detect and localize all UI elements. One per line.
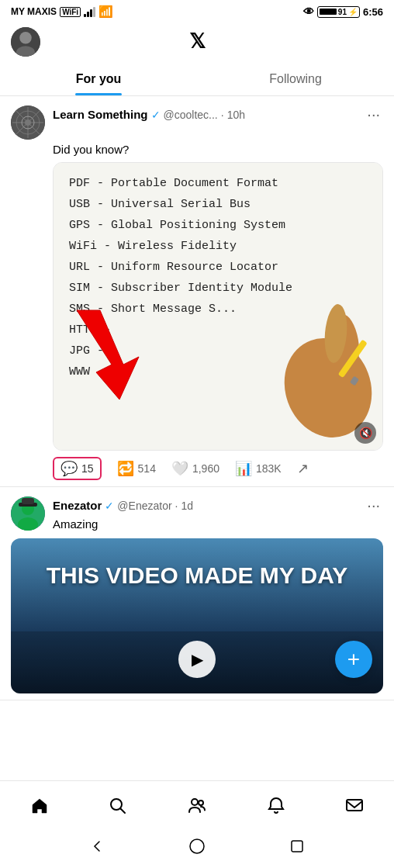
tweet-1-time: 10h xyxy=(227,109,245,121)
tweet-2-media[interactable]: THIS VIDEO MADE MY DAY ▶ + xyxy=(11,538,383,693)
tweet-1-more-button[interactable]: ··· xyxy=(364,105,383,123)
back-button[interactable] xyxy=(85,834,109,859)
header: 𝕏 xyxy=(0,22,394,61)
tweet-1-image: PDF - Portable Document Format USB - Uni… xyxy=(54,163,382,450)
battery-percent: 91 xyxy=(338,8,347,16)
wifi-icon: 📶 xyxy=(98,5,113,19)
tweet-2-handle: @Enezator xyxy=(117,500,171,512)
carrier-label: MY MAXIS xyxy=(11,6,57,17)
tweet-1-media[interactable]: PDF - Portable Document Format USB - Uni… xyxy=(53,162,383,451)
like-action[interactable]: 🤍 1,960 xyxy=(171,460,219,477)
fab-plus-button[interactable]: + xyxy=(335,641,372,678)
status-right: 👁 91 ⚡ 6:56 xyxy=(303,5,383,18)
tweet-1: Learn Something ✓ @cooltec... · 10h ··· … xyxy=(0,96,394,487)
eye-icon: 👁 xyxy=(303,5,314,18)
tweet-2-media-title: THIS VIDEO MADE MY DAY xyxy=(11,562,383,590)
nav-items xyxy=(0,781,394,828)
home-button[interactable] xyxy=(185,834,209,859)
recents-button[interactable] xyxy=(285,834,309,859)
tweet-2-more-button[interactable]: ··· xyxy=(364,496,383,514)
time-display: 6:56 xyxy=(363,6,383,18)
system-nav xyxy=(0,828,394,868)
tweet-2-verified: ✓ xyxy=(105,500,114,512)
tab-following[interactable]: Following xyxy=(197,61,394,95)
play-button[interactable]: ▶ xyxy=(178,641,216,678)
comment-count: 15 xyxy=(81,462,94,475)
tweet-1-avatar[interactable] xyxy=(11,105,45,140)
svg-rect-28 xyxy=(292,841,302,852)
bottom-nav xyxy=(0,780,394,868)
nav-search[interactable] xyxy=(101,789,135,823)
tweet-2-text: Amazing xyxy=(53,517,383,531)
comment-action[interactable]: 💬 15 xyxy=(53,457,102,480)
retweet-icon: 🔁 xyxy=(117,460,134,477)
tweet-1-name-row: Learn Something ✓ @cooltec... · 10h ··· xyxy=(53,105,383,123)
svg-point-25 xyxy=(199,801,203,805)
user-avatar[interactable] xyxy=(11,27,40,57)
battery: 91 ⚡ xyxy=(317,6,360,18)
tweet-2-top: Enezator ✓ @Enezator · 1d ··· Amazing xyxy=(11,496,383,531)
svg-point-27 xyxy=(190,839,204,853)
acronym-0: PDF - Portable Document Format xyxy=(69,177,278,190)
acronym-9: WWW - xyxy=(69,365,104,379)
nav-people[interactable] xyxy=(180,789,214,823)
svg-point-24 xyxy=(192,799,198,805)
acronym-1: USB - Universal Serial Bus xyxy=(69,198,251,211)
tweet-2-username: Enezator xyxy=(53,499,102,512)
svg-line-23 xyxy=(121,809,126,814)
volume-icon[interactable]: 🔇 xyxy=(354,422,376,444)
share-icon: ↗ xyxy=(297,460,309,477)
nav-home[interactable] xyxy=(22,789,57,823)
tweet-1-dot: · xyxy=(221,109,224,121)
acronym-2: GPS - Global Positioning System xyxy=(69,219,285,232)
retweet-count: 514 xyxy=(138,462,156,475)
tab-for-you[interactable]: For you xyxy=(0,61,197,95)
like-count: 1,960 xyxy=(192,462,219,475)
tweet-1-username: Learn Something xyxy=(53,108,148,121)
tweet-2-content: Enezator ✓ @Enezator · 1d ··· Amazing xyxy=(53,496,383,531)
acronym-5: SIM - Subscriber Identity Module xyxy=(69,282,292,295)
status-left: MY MAXIS WiFi 📶 xyxy=(11,5,113,19)
acronym-3: WiFi - Wireless Fidelity xyxy=(69,240,237,253)
play-icon: ▶ xyxy=(192,650,203,669)
tweet-1-header: Learn Something ✓ @cooltec... · 10h ··· xyxy=(11,105,383,140)
x-logo: 𝕏 xyxy=(189,29,206,54)
tweet-1-text: Did you know? xyxy=(53,143,383,156)
tweet-1-verified: ✓ xyxy=(151,109,161,121)
acronym-7: HTTP - xyxy=(69,323,111,337)
tweet-2-time: 1d xyxy=(181,500,194,512)
comment-icon: 💬 xyxy=(60,460,78,477)
tweet-2-name-row: Enezator ✓ @Enezator · 1d ··· xyxy=(53,496,383,514)
battery-charging: ⚡ xyxy=(348,8,358,16)
tabs-bar: For you Following xyxy=(0,61,394,96)
views-action[interactable]: 📊 183K xyxy=(235,460,282,477)
tweet-1-handle: @cooltec... xyxy=(164,109,218,121)
acronym-4: URL - Uniform Resource Locator xyxy=(69,261,278,274)
svg-point-10 xyxy=(25,119,31,126)
acronym-6: SMS - Short Message S... xyxy=(69,303,237,316)
retweet-action[interactable]: 🔁 514 xyxy=(117,460,156,477)
tweet-2-avatar[interactable] xyxy=(11,496,45,531)
svg-rect-21 xyxy=(22,498,34,504)
nav-notifications[interactable] xyxy=(259,789,293,823)
tweet-1-meta: Learn Something ✓ @cooltec... · 10h ··· xyxy=(53,105,383,123)
signal-bars xyxy=(84,7,95,17)
tweet-2-dot: · xyxy=(175,500,178,512)
tweet-2: Enezator ✓ @Enezator · 1d ··· Amazing TH… xyxy=(0,487,394,700)
wifi-label: WiFi xyxy=(60,7,81,17)
acronym-8: JPG - xyxy=(69,344,104,358)
heart-icon: 🤍 xyxy=(171,460,188,477)
svg-rect-26 xyxy=(347,800,362,811)
nav-messages[interactable] xyxy=(337,789,372,823)
plus-icon: + xyxy=(347,647,360,672)
share-action[interactable]: ↗ xyxy=(297,460,309,477)
tweet-1-actions: 💬 15 🔁 514 🤍 1,960 📊 183K ↗ xyxy=(53,457,383,480)
chart-icon: 📊 xyxy=(235,460,252,477)
status-bar: MY MAXIS WiFi 📶 👁 91 ⚡ 6:56 xyxy=(0,0,394,22)
views-count: 183K xyxy=(256,462,282,475)
svg-point-1 xyxy=(19,32,32,44)
